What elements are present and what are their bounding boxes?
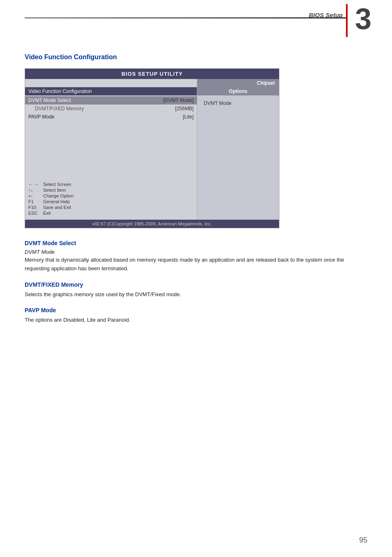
chapter-accent-line	[346, 4, 348, 37]
dvmt-mode-label: DVMT Mode	[201, 99, 276, 108]
key-row-esc: ESC Exit	[28, 211, 194, 216]
pavp-mode-text: The options are Disabled, Lite and Paran…	[25, 316, 345, 325]
key-symbol-updown: ↑↓	[28, 188, 43, 193]
chipset-bar: Chipset	[197, 79, 279, 87]
row-value-pavp: [Lite]	[183, 114, 194, 120]
key-symbol-arrows: ← →	[28, 182, 43, 187]
key-desc-f10: Save and Exit	[43, 205, 71, 210]
chapter-number: 3	[355, 4, 371, 34]
left-spacer	[25, 121, 197, 170]
key-symbol-esc: ESC	[28, 211, 43, 216]
key-desc-arrows: Select Screen	[43, 182, 71, 187]
header-line	[25, 17, 347, 19]
dvmt-mode-italic: DVMT Mode	[25, 249, 367, 255]
key-row-f1: F1 General Help	[28, 199, 194, 204]
key-legend: ← → Select Screen ↑↓ Select Item +- Chan…	[25, 179, 197, 220]
subsection-title-pavp: PAVP Mode	[25, 307, 367, 313]
key-symbol-plusminus: +-	[28, 193, 43, 198]
options-bar: Options	[197, 87, 279, 95]
dvmt-fixed-text: Selects the graphics memory size used by…	[25, 290, 345, 299]
main-content: Video Function Configuration BIOS SETUP …	[0, 29, 392, 344]
key-symbol-f10: F10	[28, 205, 43, 210]
subsection-title-dvmt-fixed: DVMT/FIXED Memory	[25, 281, 367, 288]
bios-setup-label: BIOS Setup	[309, 12, 343, 19]
row-label-dvmt-mode: DVMT Mode Select	[28, 97, 163, 103]
bios-row-dvmt-mode[interactable]: DVMT Mode Select [DVMT Mode]	[25, 96, 197, 104]
row-label-dvmt-fixed: DVMT/FIXED Memory	[28, 106, 175, 111]
page-number: 95	[359, 536, 367, 545]
key-symbol-f1: F1	[28, 199, 43, 204]
key-desc-plusminus: Change Option	[43, 193, 74, 198]
key-desc-updown: Select Item	[43, 188, 66, 193]
options-content: DVMT Mode	[197, 95, 279, 128]
key-desc-esc: Exit	[43, 211, 51, 216]
key-row-updown: ↑↓ Select Item	[28, 188, 194, 193]
dvmt-mode-text: Memory that is dynamically allocated bas…	[25, 256, 345, 273]
left-section-label: Video Function Configuration	[25, 87, 197, 95]
key-row-f10: F10 Save and Exit	[28, 205, 194, 210]
key-row-plusminus: +- Change Option	[28, 193, 194, 198]
bios-footer: v02.67 (C)Copyright 1985-2009, American …	[25, 220, 279, 228]
bios-row-dvmt-fixed[interactable]: DVMT/FIXED Memory [256MB]	[25, 104, 197, 113]
row-label-pavp: PAVP Mode	[28, 114, 183, 120]
row-value-dvmt-fixed: [256MB]	[175, 106, 194, 111]
bios-utility-body: Video Function Configuration DVMT Mode S…	[25, 79, 279, 220]
bios-left-panel: Video Function Configuration DVMT Mode S…	[25, 79, 197, 220]
key-desc-f1: General Help	[43, 199, 70, 204]
bios-utility-title: BIOS SETUP UTILITY	[25, 69, 279, 79]
bios-right-panel: Chipset Options DVMT Mode	[197, 79, 279, 220]
bios-utility-box: BIOS SETUP UTILITY Video Function Config…	[25, 68, 279, 228]
key-row-arrows: ← → Select Screen	[28, 182, 194, 187]
page-title: Video Function Configuration	[25, 53, 367, 61]
subsection-title-dvmt: DVMT Mode Select	[25, 240, 367, 246]
row-value-dvmt-mode: [DVMT Mode]	[163, 97, 194, 103]
bios-row-pavp[interactable]: PAVP Mode [Lite]	[25, 113, 197, 121]
